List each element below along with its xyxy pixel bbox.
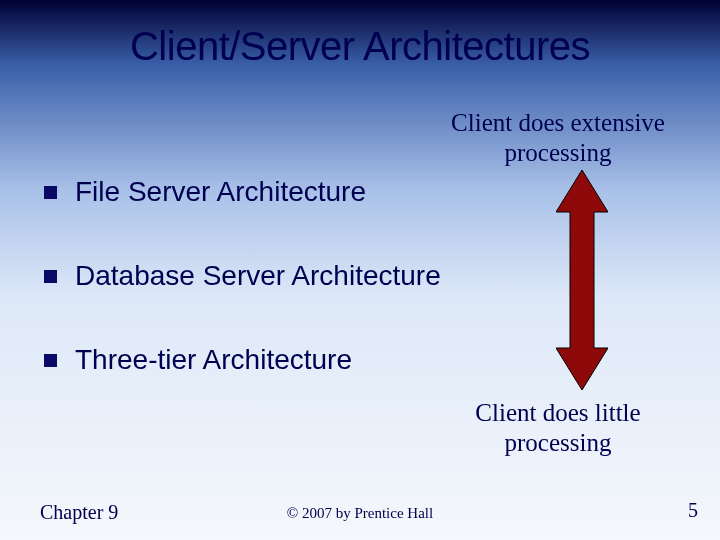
arrow-label-bottom: Client does little processing [438, 398, 678, 458]
slide: Client/Server Architectures File Server … [0, 0, 720, 540]
bullet-text: File Server Architecture [75, 176, 366, 208]
square-bullet-icon [44, 354, 57, 367]
square-bullet-icon [44, 186, 57, 199]
slide-title: Client/Server Architectures [0, 24, 720, 69]
page-number: 5 [688, 499, 698, 522]
arrow-label-top: Client does extensive processing [438, 108, 678, 168]
square-bullet-icon [44, 270, 57, 283]
list-item: Database Server Architecture [44, 260, 441, 292]
list-item: Three-tier Architecture [44, 344, 441, 376]
list-item: File Server Architecture [44, 176, 441, 208]
bullet-list: File Server Architecture Database Server… [44, 176, 441, 428]
svg-marker-0 [556, 170, 608, 390]
footer-copyright: © 2007 by Prentice Hall [0, 505, 720, 522]
bullet-text: Database Server Architecture [75, 260, 441, 292]
bullet-text: Three-tier Architecture [75, 344, 352, 376]
double-arrow-icon [556, 170, 608, 390]
